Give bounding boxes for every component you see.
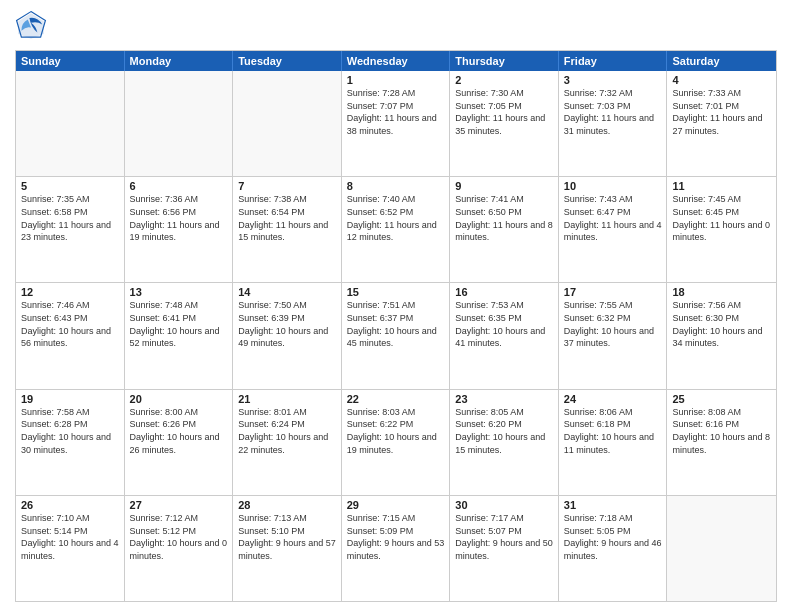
day-number: 19 [21, 393, 119, 405]
calendar-cell: 27Sunrise: 7:12 AM Sunset: 5:12 PM Dayli… [125, 496, 234, 601]
calendar-cell: 10Sunrise: 7:43 AM Sunset: 6:47 PM Dayli… [559, 177, 668, 282]
cell-details: Sunrise: 8:01 AM Sunset: 6:24 PM Dayligh… [238, 407, 328, 455]
cell-details: Sunrise: 7:41 AM Sunset: 6:50 PM Dayligh… [455, 194, 553, 242]
calendar-cell: 30Sunrise: 7:17 AM Sunset: 5:07 PM Dayli… [450, 496, 559, 601]
day-number: 28 [238, 499, 336, 511]
calendar-cell: 1Sunrise: 7:28 AM Sunset: 7:07 PM Daylig… [342, 71, 451, 176]
cell-details: Sunrise: 7:15 AM Sunset: 5:09 PM Dayligh… [347, 513, 445, 561]
calendar-cell: 21Sunrise: 8:01 AM Sunset: 6:24 PM Dayli… [233, 390, 342, 495]
calendar-cell: 22Sunrise: 8:03 AM Sunset: 6:22 PM Dayli… [342, 390, 451, 495]
day-number: 22 [347, 393, 445, 405]
day-number: 10 [564, 180, 662, 192]
cell-details: Sunrise: 8:06 AM Sunset: 6:18 PM Dayligh… [564, 407, 654, 455]
day-number: 3 [564, 74, 662, 86]
cell-details: Sunrise: 7:35 AM Sunset: 6:58 PM Dayligh… [21, 194, 111, 242]
calendar-day-header: Sunday [16, 51, 125, 71]
cell-details: Sunrise: 8:08 AM Sunset: 6:16 PM Dayligh… [672, 407, 770, 455]
calendar-cell: 29Sunrise: 7:15 AM Sunset: 5:09 PM Dayli… [342, 496, 451, 601]
day-number: 24 [564, 393, 662, 405]
calendar-cell: 31Sunrise: 7:18 AM Sunset: 5:05 PM Dayli… [559, 496, 668, 601]
day-number: 30 [455, 499, 553, 511]
calendar-cell: 16Sunrise: 7:53 AM Sunset: 6:35 PM Dayli… [450, 283, 559, 388]
calendar-row: 12Sunrise: 7:46 AM Sunset: 6:43 PM Dayli… [16, 282, 776, 388]
day-number: 14 [238, 286, 336, 298]
cell-details: Sunrise: 8:00 AM Sunset: 6:26 PM Dayligh… [130, 407, 220, 455]
calendar-day-header: Friday [559, 51, 668, 71]
calendar-cell: 28Sunrise: 7:13 AM Sunset: 5:10 PM Dayli… [233, 496, 342, 601]
calendar-cell: 9Sunrise: 7:41 AM Sunset: 6:50 PM Daylig… [450, 177, 559, 282]
cell-details: Sunrise: 7:48 AM Sunset: 6:41 PM Dayligh… [130, 300, 220, 348]
calendar: SundayMondayTuesdayWednesdayThursdayFrid… [15, 50, 777, 602]
day-number: 5 [21, 180, 119, 192]
calendar-cell: 23Sunrise: 8:05 AM Sunset: 6:20 PM Dayli… [450, 390, 559, 495]
day-number: 26 [21, 499, 119, 511]
calendar-day-header: Tuesday [233, 51, 342, 71]
calendar-cell: 8Sunrise: 7:40 AM Sunset: 6:52 PM Daylig… [342, 177, 451, 282]
day-number: 17 [564, 286, 662, 298]
calendar-row: 19Sunrise: 7:58 AM Sunset: 6:28 PM Dayli… [16, 389, 776, 495]
calendar-empty-cell [125, 71, 234, 176]
cell-details: Sunrise: 7:17 AM Sunset: 5:07 PM Dayligh… [455, 513, 553, 561]
day-number: 9 [455, 180, 553, 192]
day-number: 25 [672, 393, 771, 405]
cell-details: Sunrise: 7:40 AM Sunset: 6:52 PM Dayligh… [347, 194, 437, 242]
day-number: 8 [347, 180, 445, 192]
calendar-cell: 4Sunrise: 7:33 AM Sunset: 7:01 PM Daylig… [667, 71, 776, 176]
day-number: 18 [672, 286, 771, 298]
calendar-day-header: Wednesday [342, 51, 451, 71]
cell-details: Sunrise: 7:13 AM Sunset: 5:10 PM Dayligh… [238, 513, 336, 561]
calendar-cell: 25Sunrise: 8:08 AM Sunset: 6:16 PM Dayli… [667, 390, 776, 495]
cell-details: Sunrise: 8:05 AM Sunset: 6:20 PM Dayligh… [455, 407, 545, 455]
day-number: 21 [238, 393, 336, 405]
calendar-cell: 14Sunrise: 7:50 AM Sunset: 6:39 PM Dayli… [233, 283, 342, 388]
calendar-cell: 15Sunrise: 7:51 AM Sunset: 6:37 PM Dayli… [342, 283, 451, 388]
cell-details: Sunrise: 7:18 AM Sunset: 5:05 PM Dayligh… [564, 513, 662, 561]
calendar-cell: 20Sunrise: 8:00 AM Sunset: 6:26 PM Dayli… [125, 390, 234, 495]
day-number: 16 [455, 286, 553, 298]
calendar-cell: 6Sunrise: 7:36 AM Sunset: 6:56 PM Daylig… [125, 177, 234, 282]
day-number: 23 [455, 393, 553, 405]
cell-details: Sunrise: 7:10 AM Sunset: 5:14 PM Dayligh… [21, 513, 119, 561]
cell-details: Sunrise: 7:51 AM Sunset: 6:37 PM Dayligh… [347, 300, 437, 348]
day-number: 13 [130, 286, 228, 298]
calendar-cell: 13Sunrise: 7:48 AM Sunset: 6:41 PM Dayli… [125, 283, 234, 388]
page: SundayMondayTuesdayWednesdayThursdayFrid… [0, 0, 792, 612]
day-number: 11 [672, 180, 771, 192]
calendar-cell: 11Sunrise: 7:45 AM Sunset: 6:45 PM Dayli… [667, 177, 776, 282]
calendar-body: 1Sunrise: 7:28 AM Sunset: 7:07 PM Daylig… [16, 71, 776, 601]
cell-details: Sunrise: 7:43 AM Sunset: 6:47 PM Dayligh… [564, 194, 662, 242]
day-number: 29 [347, 499, 445, 511]
calendar-day-header: Thursday [450, 51, 559, 71]
day-number: 27 [130, 499, 228, 511]
cell-details: Sunrise: 7:36 AM Sunset: 6:56 PM Dayligh… [130, 194, 220, 242]
cell-details: Sunrise: 7:46 AM Sunset: 6:43 PM Dayligh… [21, 300, 111, 348]
logo-icon [15, 10, 47, 42]
cell-details: Sunrise: 7:38 AM Sunset: 6:54 PM Dayligh… [238, 194, 328, 242]
cell-details: Sunrise: 7:53 AM Sunset: 6:35 PM Dayligh… [455, 300, 545, 348]
calendar-row: 1Sunrise: 7:28 AM Sunset: 7:07 PM Daylig… [16, 71, 776, 176]
calendar-empty-cell [233, 71, 342, 176]
cell-details: Sunrise: 7:28 AM Sunset: 7:07 PM Dayligh… [347, 88, 437, 136]
cell-details: Sunrise: 7:30 AM Sunset: 7:05 PM Dayligh… [455, 88, 545, 136]
cell-details: Sunrise: 7:50 AM Sunset: 6:39 PM Dayligh… [238, 300, 328, 348]
calendar-day-header: Saturday [667, 51, 776, 71]
calendar-day-header: Monday [125, 51, 234, 71]
calendar-cell: 18Sunrise: 7:56 AM Sunset: 6:30 PM Dayli… [667, 283, 776, 388]
calendar-cell: 2Sunrise: 7:30 AM Sunset: 7:05 PM Daylig… [450, 71, 559, 176]
day-number: 7 [238, 180, 336, 192]
calendar-row: 5Sunrise: 7:35 AM Sunset: 6:58 PM Daylig… [16, 176, 776, 282]
cell-details: Sunrise: 7:32 AM Sunset: 7:03 PM Dayligh… [564, 88, 654, 136]
cell-details: Sunrise: 7:33 AM Sunset: 7:01 PM Dayligh… [672, 88, 762, 136]
cell-details: Sunrise: 7:56 AM Sunset: 6:30 PM Dayligh… [672, 300, 762, 348]
calendar-empty-cell [16, 71, 125, 176]
cell-details: Sunrise: 7:45 AM Sunset: 6:45 PM Dayligh… [672, 194, 770, 242]
cell-details: Sunrise: 7:55 AM Sunset: 6:32 PM Dayligh… [564, 300, 654, 348]
calendar-cell: 17Sunrise: 7:55 AM Sunset: 6:32 PM Dayli… [559, 283, 668, 388]
logo [15, 10, 51, 42]
day-number: 12 [21, 286, 119, 298]
calendar-empty-cell [667, 496, 776, 601]
calendar-cell: 7Sunrise: 7:38 AM Sunset: 6:54 PM Daylig… [233, 177, 342, 282]
day-number: 31 [564, 499, 662, 511]
day-number: 20 [130, 393, 228, 405]
calendar-header: SundayMondayTuesdayWednesdayThursdayFrid… [16, 51, 776, 71]
